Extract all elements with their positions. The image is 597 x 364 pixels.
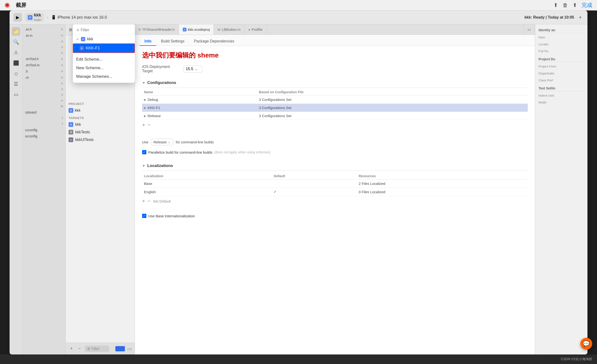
navigator-bottom-bar: + − ⊕ Filter ▭ <box>66 342 135 355</box>
project-sub: main <box>34 18 41 22</box>
phone-icon: 📱 <box>51 15 56 20</box>
chat-bubble[interactable]: 💬 <box>580 338 592 350</box>
sidebar-debug-icon[interactable]: ⬛ <box>12 59 20 67</box>
deployment-target-select[interactable]: 15.5 ⌄ <box>183 66 202 73</box>
list-item[interactable]: ? <box>23 121 65 127</box>
new-scheme-item[interactable]: New Scheme... <box>73 64 135 72</box>
share-icon[interactable]: ⬆ <box>573 2 577 8</box>
menubar-actions: ⬆ 🗑 ⬆ 完成 <box>554 2 592 9</box>
list-item[interactable]: A <box>23 92 65 98</box>
localizations-header[interactable]: ▼ Localizations <box>142 161 528 171</box>
add-loc-button[interactable]: + <box>142 198 145 204</box>
h-icon: h <box>139 28 141 31</box>
device-selector[interactable]: 📱 iPhone 14 pro max ios 16.0 <box>51 15 107 20</box>
filter-bar[interactable]: ⊕ Filter <box>85 346 109 352</box>
table-row[interactable]: ▶ KKK-F1 3 Configurations Set <box>142 104 528 112</box>
localizations-title: Localizations <box>147 163 173 168</box>
scheme-item-kkk[interactable]: ✓ A kkk <box>73 35 135 43</box>
scheme-filter-input[interactable] <box>81 28 132 32</box>
list-item[interactable]: .h A <box>23 68 65 75</box>
parallelize-checkbox[interactable]: ✓ <box>142 150 146 154</box>
navigator-panel: ⊞ ‹ › ⊕ ✓ A kkk A <box>66 24 135 355</box>
page-toggle-icon[interactable]: ▭ <box>127 346 132 352</box>
tab-spacer <box>267 24 523 35</box>
table-row[interactable]: ▶ Release 3 Configurations Set <box>142 112 528 120</box>
expand-icon: ▶ <box>144 106 146 109</box>
tab-podfile[interactable]: ♦ Podfile <box>244 24 267 35</box>
trash-icon[interactable]: 🗑 <box>563 2 568 8</box>
scheme-kkk-f1-icon: A <box>79 46 84 50</box>
target-item-kkkUITests[interactable]: ▭ kkkUITests <box>66 136 135 144</box>
add-config-button[interactable]: + <box>142 122 145 128</box>
done-button[interactable]: 完成 <box>582 2 592 9</box>
target-item-kkk[interactable]: A kkk <box>66 121 135 128</box>
table-row[interactable]: Base 2 Files Localized <box>142 180 528 188</box>
tab-info[interactable]: Info <box>140 37 156 46</box>
col-default: Default <box>272 173 357 180</box>
inspector-classpref-label: Class Pref <box>539 78 584 82</box>
inspector-org-label: Organizatio <box>539 72 584 75</box>
remove-loc-button[interactable]: − <box>148 198 151 204</box>
base-intl-checkbox[interactable]: ✓ <box>142 214 146 218</box>
sidebar-reports-icon[interactable]: ☰ <box>12 80 20 88</box>
list-item[interactable]: A <box>23 81 65 86</box>
add-button[interactable]: + <box>577 14 584 21</box>
tab-podfile-label: Podfile <box>251 27 262 31</box>
inspector-toggle[interactable]: ▭ <box>523 24 535 35</box>
list-item[interactable]: xcconfig <box>23 133 65 139</box>
tab-package-dependencies[interactable]: Package Dependencies <box>189 37 239 46</box>
tab-build-settings[interactable]: Build Settings <box>156 37 189 46</box>
tab-kkk-xcodeproj[interactable]: A kkk.xcodeproj <box>179 24 214 35</box>
list-item[interactable]: ryboard <box>23 109 65 115</box>
cmdline-select[interactable]: Release ⌄ <box>151 139 173 145</box>
chat-icon: 💬 <box>583 340 590 347</box>
remove-config-button[interactable]: − <box>148 122 151 128</box>
list-item[interactable]: .enTool.h A <box>23 56 65 62</box>
xcode-body: 📁 🔍 ⚠ ⬛ ◇ ☰ ▭ .er.h A .er.m A A <box>9 24 588 355</box>
xcode-window: ▶ A kkk main › 📱 iPhone 14 pro max ios 1… <box>9 10 588 355</box>
manage-schemes-item[interactable]: Manage Schemes... <box>73 72 135 81</box>
list-item[interactable]: .enTool.m A <box>23 62 65 68</box>
target-uitests-icon: ▭ <box>69 137 73 142</box>
tab-tpshare[interactable]: h TPShareAllHeader.h <box>135 24 179 35</box>
list-item[interactable]: A <box>23 50 65 56</box>
list-item[interactable]: .er.h A <box>23 26 65 32</box>
sidebar-extra-icon[interactable]: ▭ <box>12 90 20 99</box>
remove-item-button[interactable]: − <box>77 346 82 352</box>
inspector-fullpath-row: Full Pa <box>539 49 584 53</box>
list-item[interactable]: .m A <box>23 75 65 81</box>
close-button[interactable]: ✕ <box>5 3 9 8</box>
run-button[interactable]: ▶ <box>13 13 22 22</box>
sidebar-navigator-icon[interactable]: 📁 <box>12 27 20 36</box>
expand-icon: ▶ <box>144 98 146 101</box>
target-name-kkk: kkk <box>75 122 81 127</box>
sidebar-breakpoints-icon[interactable]: ◇ <box>12 69 20 78</box>
table-row[interactable]: English ✓ 0 Files Localized <box>142 188 528 196</box>
base-intl-label: Use Base Internationalization <box>148 214 195 218</box>
list-item[interactable]: A <box>23 86 65 92</box>
upload-icon[interactable]: ⬆ <box>554 2 558 8</box>
list-item[interactable]: A <box>23 39 65 44</box>
target-item-kkkTests[interactable]: ⚙ kkkTests <box>66 128 135 136</box>
tab-lbbutton[interactable]: m LBButton.m <box>214 24 244 35</box>
edit-scheme-item[interactable]: Edit Scheme... <box>73 55 135 64</box>
inspector-location-label: Locatio <box>539 42 584 46</box>
table-row[interactable]: ▶ Debug 3 Configurations Set <box>142 96 528 104</box>
list-item[interactable]: ccconfig <box>23 127 65 133</box>
list-item[interactable]: .er.m A <box>23 32 65 39</box>
inspector-width-label: Width <box>539 101 584 104</box>
add-item-button[interactable]: + <box>69 346 74 352</box>
configurations-header[interactable]: ▼ Configurations <box>142 78 528 88</box>
sidebar-search-icon[interactable]: 🔍 <box>12 38 20 46</box>
nav-project-kkk[interactable]: A kkk <box>66 107 135 114</box>
sidebar-issues-icon[interactable]: ⚠ <box>12 48 20 57</box>
scheme-item-kkk-f1[interactable]: A KKK-F1 <box>73 43 135 53</box>
toggle-icon: ▼ <box>142 164 145 168</box>
list-item[interactable]: A <box>23 44 65 50</box>
list-item[interactable]: M <box>23 104 65 109</box>
grid-icon[interactable]: ⊞ <box>68 26 73 33</box>
config-table: Name Based on Configuration File ▶ Debug <box>142 89 528 120</box>
project-scheme-selector[interactable]: A kkk main <box>25 13 44 22</box>
list-item[interactable]: A <box>23 98 65 104</box>
list-item[interactable]: ? <box>23 115 65 121</box>
